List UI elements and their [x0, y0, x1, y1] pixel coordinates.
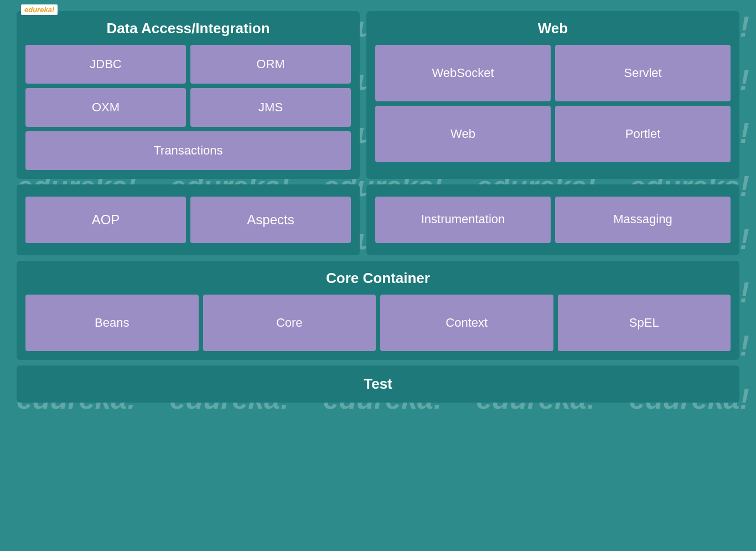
logo-text: edureka — [24, 6, 52, 14]
module-transactions: Transactions — [25, 131, 351, 170]
data-access-section: Data Access/Integration JDBC ORM OXM JMS… — [17, 11, 360, 179]
core-grid: Beans Core Context SpEL — [25, 295, 731, 351]
test-section: Test — [17, 365, 739, 403]
module-orm: ORM — [190, 45, 351, 84]
top-row: Data Access/Integration JDBC ORM OXM JMS… — [17, 11, 739, 179]
module-spel: SpEL — [558, 295, 731, 351]
module-websocket: WebSocket — [375, 45, 551, 101]
data-access-grid: JDBC ORM OXM JMS Transactions — [25, 45, 351, 170]
test-title: Test — [25, 375, 731, 393]
module-aspects: Aspects — [190, 197, 351, 243]
module-web: Web — [375, 106, 551, 162]
module-oxm: OXM — [25, 88, 186, 127]
core-container-section: Core Container Beans Core Context SpEL — [17, 261, 739, 360]
data-access-title: Data Access/Integration — [25, 20, 351, 37]
module-jdbc: JDBC — [25, 45, 186, 84]
module-massaging: Massaging — [555, 197, 731, 243]
module-jms: JMS — [190, 88, 351, 127]
web-title: Web — [375, 20, 731, 37]
module-core: Core — [203, 295, 376, 351]
module-portlet: Portlet — [555, 106, 731, 162]
main-content: Data Access/Integration JDBC ORM OXM JMS… — [0, 0, 756, 551]
core-container-title: Core Container — [25, 270, 731, 287]
module-servlet: Servlet — [555, 45, 731, 101]
edureka-logo: edureka! — [21, 4, 58, 15]
module-context: Context — [380, 295, 553, 351]
aop-section: AOP Aspects — [17, 184, 360, 255]
middle-row: AOP Aspects Instrumentation Massaging — [17, 184, 739, 255]
web-section: Web WebSocket Servlet Web Portlet — [366, 11, 739, 179]
module-beans: Beans — [25, 295, 199, 351]
web-grid: WebSocket Servlet Web Portlet — [375, 45, 731, 162]
instrumentation-section: Instrumentation Massaging — [366, 184, 739, 255]
module-aop: AOP — [25, 197, 186, 243]
module-instrumentation: Instrumentation — [375, 197, 551, 243]
